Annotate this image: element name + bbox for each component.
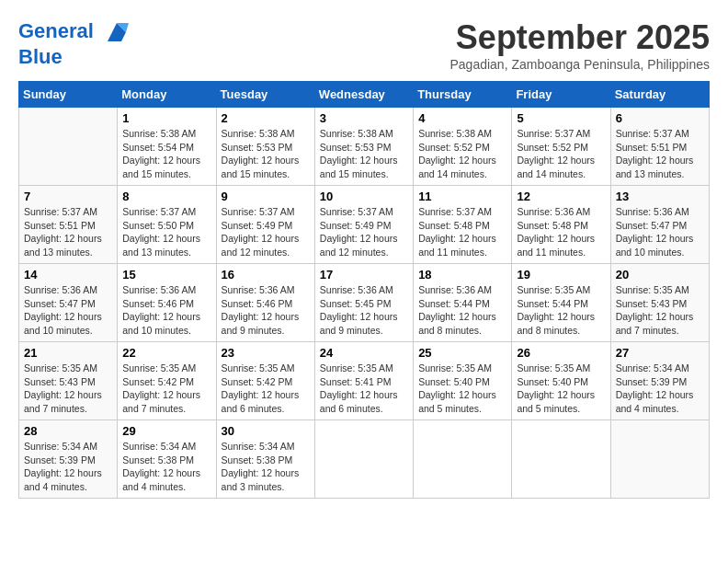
logo: General Blue (18, 18, 131, 68)
day-info: Sunrise: 5:37 AMSunset: 5:49 PMDaylight:… (320, 205, 408, 259)
calendar-cell (314, 420, 413, 499)
calendar-cell (512, 420, 610, 499)
day-number: 27 (616, 346, 704, 360)
calendar-body: 1Sunrise: 5:38 AMSunset: 5:54 PMDaylight… (19, 108, 710, 499)
calendar-cell: 26Sunrise: 5:35 AMSunset: 5:40 PMDayligh… (512, 342, 610, 420)
day-info: Sunrise: 5:34 AMSunset: 5:38 PMDaylight:… (222, 440, 310, 494)
day-number: 7 (24, 190, 112, 203)
calendar-cell: 12Sunrise: 5:36 AMSunset: 5:48 PMDayligh… (512, 186, 610, 264)
calendar-cell: 16Sunrise: 5:36 AMSunset: 5:46 PMDayligh… (216, 264, 314, 342)
calendar-table: SundayMondayTuesdayWednesdayThursdayFrid… (18, 81, 710, 499)
day-number: 30 (222, 424, 310, 438)
day-number: 23 (222, 346, 310, 360)
day-info: Sunrise: 5:38 AMSunset: 5:53 PMDaylight:… (320, 127, 408, 181)
calendar-cell: 24Sunrise: 5:35 AMSunset: 5:41 PMDayligh… (314, 342, 413, 420)
header-thursday: Thursday (414, 82, 512, 108)
day-number: 10 (320, 190, 408, 203)
day-info: Sunrise: 5:37 AMSunset: 5:50 PMDaylight:… (122, 205, 210, 259)
day-info: Sunrise: 5:35 AMSunset: 5:42 PMDaylight:… (122, 362, 210, 416)
day-number: 8 (122, 190, 210, 203)
day-number: 5 (517, 111, 605, 125)
day-info: Sunrise: 5:36 AMSunset: 5:48 PMDaylight:… (517, 205, 605, 259)
day-number: 12 (517, 190, 605, 203)
day-info: Sunrise: 5:38 AMSunset: 5:52 PMDaylight:… (418, 127, 506, 181)
day-info: Sunrise: 5:37 AMSunset: 5:48 PMDaylight:… (418, 205, 506, 259)
month-title: September 2025 (449, 18, 710, 57)
day-info: Sunrise: 5:36 AMSunset: 5:46 PMDaylight:… (222, 283, 310, 338)
calendar-cell: 20Sunrise: 5:35 AMSunset: 5:43 PMDayligh… (610, 264, 709, 342)
calendar-cell: 19Sunrise: 5:35 AMSunset: 5:44 PMDayligh… (512, 264, 610, 342)
day-info: Sunrise: 5:36 AMSunset: 5:46 PMDaylight:… (122, 283, 210, 338)
calendar-cell: 22Sunrise: 5:35 AMSunset: 5:42 PMDayligh… (118, 342, 216, 420)
header-friday: Friday (512, 82, 610, 108)
calendar-cell: 1Sunrise: 5:38 AMSunset: 5:54 PMDaylight… (118, 108, 216, 186)
day-number: 6 (616, 111, 704, 125)
calendar-cell: 4Sunrise: 5:38 AMSunset: 5:52 PMDaylight… (414, 108, 512, 186)
calendar-cell: 3Sunrise: 5:38 AMSunset: 5:53 PMDaylight… (314, 108, 413, 186)
calendar-header: SundayMondayTuesdayWednesdayThursdayFrid… (19, 82, 710, 108)
day-info: Sunrise: 5:35 AMSunset: 5:43 PMDaylight:… (24, 362, 112, 416)
day-number: 21 (24, 346, 112, 360)
logo-text: General (18, 18, 131, 46)
day-info: Sunrise: 5:36 AMSunset: 5:47 PMDaylight:… (616, 205, 704, 259)
logo-general: General (18, 19, 94, 42)
calendar-cell: 28Sunrise: 5:34 AMSunset: 5:39 PMDayligh… (19, 420, 118, 499)
logo-icon (103, 18, 131, 46)
day-info: Sunrise: 5:35 AMSunset: 5:42 PMDaylight:… (222, 362, 310, 416)
day-info: Sunrise: 5:35 AMSunset: 5:43 PMDaylight:… (616, 283, 704, 338)
day-info: Sunrise: 5:36 AMSunset: 5:44 PMDaylight:… (418, 283, 506, 338)
day-number: 19 (517, 268, 605, 282)
week-row-1: 1Sunrise: 5:38 AMSunset: 5:54 PMDaylight… (19, 108, 710, 186)
day-info: Sunrise: 5:35 AMSunset: 5:44 PMDaylight:… (517, 283, 605, 338)
day-number: 3 (320, 111, 408, 125)
calendar-cell: 23Sunrise: 5:35 AMSunset: 5:42 PMDayligh… (216, 342, 314, 420)
calendar-cell: 6Sunrise: 5:37 AMSunset: 5:51 PMDaylight… (610, 108, 709, 186)
week-row-3: 14Sunrise: 5:36 AMSunset: 5:47 PMDayligh… (19, 264, 710, 342)
week-row-2: 7Sunrise: 5:37 AMSunset: 5:51 PMDaylight… (19, 186, 710, 264)
calendar-cell: 14Sunrise: 5:36 AMSunset: 5:47 PMDayligh… (19, 264, 118, 342)
day-info: Sunrise: 5:37 AMSunset: 5:49 PMDaylight:… (222, 205, 310, 259)
header-saturday: Saturday (610, 82, 709, 108)
day-info: Sunrise: 5:36 AMSunset: 5:47 PMDaylight:… (24, 283, 112, 338)
title-block: September 2025 Pagadian, Zamboanga Penin… (449, 18, 710, 72)
day-info: Sunrise: 5:37 AMSunset: 5:51 PMDaylight:… (616, 127, 704, 181)
week-row-5: 28Sunrise: 5:34 AMSunset: 5:39 PMDayligh… (19, 420, 710, 499)
day-number: 9 (222, 190, 310, 203)
calendar-cell: 13Sunrise: 5:36 AMSunset: 5:47 PMDayligh… (610, 186, 709, 264)
day-info: Sunrise: 5:35 AMSunset: 5:40 PMDaylight:… (517, 362, 605, 416)
logo-blue: Blue (18, 46, 131, 68)
calendar-cell: 27Sunrise: 5:34 AMSunset: 5:39 PMDayligh… (610, 342, 709, 420)
day-number: 11 (418, 190, 506, 203)
day-info: Sunrise: 5:35 AMSunset: 5:40 PMDaylight:… (418, 362, 506, 416)
header-monday: Monday (118, 82, 216, 108)
day-number: 24 (320, 346, 408, 360)
calendar-cell: 5Sunrise: 5:37 AMSunset: 5:52 PMDaylight… (512, 108, 610, 186)
calendar-cell: 17Sunrise: 5:36 AMSunset: 5:45 PMDayligh… (314, 264, 413, 342)
calendar-cell: 8Sunrise: 5:37 AMSunset: 5:50 PMDaylight… (118, 186, 216, 264)
calendar-cell (19, 108, 118, 186)
day-number: 15 (122, 268, 210, 282)
page-header: General Blue September 2025 Pagadian, Za… (18, 18, 710, 72)
day-number: 2 (222, 111, 310, 125)
header-sunday: Sunday (19, 82, 118, 108)
day-number: 28 (24, 424, 112, 438)
calendar-cell: 15Sunrise: 5:36 AMSunset: 5:46 PMDayligh… (118, 264, 216, 342)
day-number: 14 (24, 268, 112, 282)
header-row: SundayMondayTuesdayWednesdayThursdayFrid… (19, 82, 710, 108)
header-tuesday: Tuesday (216, 82, 314, 108)
day-number: 16 (222, 268, 310, 282)
calendar-cell: 18Sunrise: 5:36 AMSunset: 5:44 PMDayligh… (414, 264, 512, 342)
week-row-4: 21Sunrise: 5:35 AMSunset: 5:43 PMDayligh… (19, 342, 710, 420)
day-info: Sunrise: 5:37 AMSunset: 5:51 PMDaylight:… (24, 205, 112, 259)
day-number: 18 (418, 268, 506, 282)
day-number: 1 (122, 111, 210, 125)
day-info: Sunrise: 5:38 AMSunset: 5:54 PMDaylight:… (122, 127, 210, 181)
day-number: 4 (418, 111, 506, 125)
day-info: Sunrise: 5:37 AMSunset: 5:52 PMDaylight:… (517, 127, 605, 181)
day-number: 20 (616, 268, 704, 282)
header-wednesday: Wednesday (314, 82, 413, 108)
day-number: 29 (122, 424, 210, 438)
day-info: Sunrise: 5:34 AMSunset: 5:38 PMDaylight:… (122, 440, 210, 494)
day-info: Sunrise: 5:34 AMSunset: 5:39 PMDaylight:… (616, 362, 704, 416)
calendar-cell: 11Sunrise: 5:37 AMSunset: 5:48 PMDayligh… (414, 186, 512, 264)
